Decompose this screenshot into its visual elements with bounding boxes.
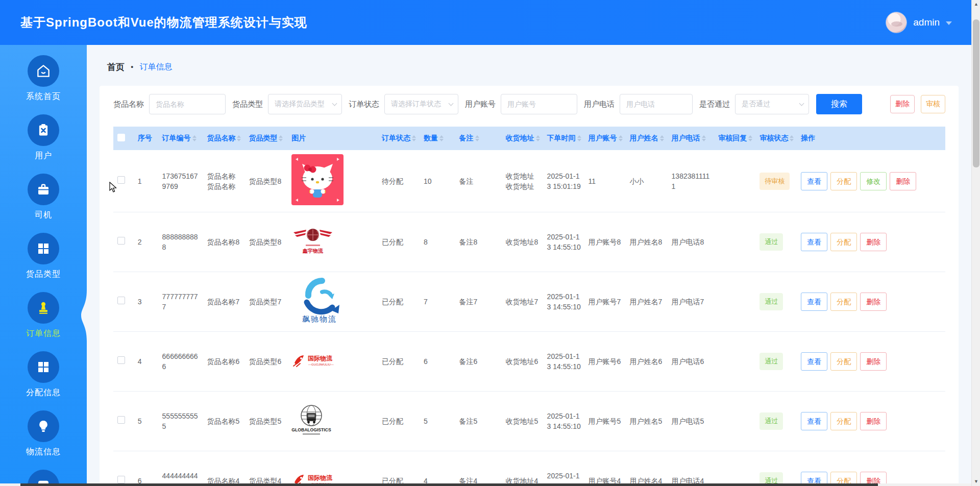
col-quantity[interactable]: 数量 <box>420 127 455 150</box>
home-icon <box>28 55 59 87</box>
hello-kitty-product-image[interactable] <box>291 154 344 205</box>
row-checkbox[interactable] <box>117 237 125 245</box>
select-all-checkbox[interactable] <box>117 134 125 141</box>
horizontal-scrollbar[interactable] <box>0 483 971 486</box>
svg-text:国际物流: 国际物流 <box>308 355 333 362</box>
table-row: 6 4444444444 货品名称4 货品类型4 国际物流 —GUOJIWULI… <box>113 451 945 486</box>
search-button[interactable]: 搜索 <box>816 94 862 114</box>
view-button[interactable]: 查看 <box>801 293 827 311</box>
view-button[interactable]: 查看 <box>801 172 827 190</box>
audit-status-badge: 通过 <box>760 293 783 310</box>
sidebar-item-home[interactable]: 系统首页 <box>0 55 87 102</box>
table-row: 5 5555555555 货品名称5 货品类型5 GL <box>113 392 945 451</box>
orders-table: 序号 订单编号 货品名称 货品类型 图片 订单状态 数量 备注 收货地址 下单时… <box>113 127 945 486</box>
guoji-logistics-logo[interactable]: 国际物流 —GUOJIWULIU— <box>291 353 342 368</box>
assign-button[interactable]: 分配 <box>830 172 857 190</box>
row-checkbox[interactable] <box>117 356 125 364</box>
goods-type-label: 货品类型 <box>232 100 263 109</box>
col-username[interactable]: 用户姓名 <box>626 127 668 150</box>
sidebar-item-drivers[interactable]: 司机 <box>0 174 87 221</box>
order-status-label: 订单状态 <box>349 100 379 109</box>
biaochi-logistics-logo[interactable]: 飙驰物流 <box>291 277 348 325</box>
horizontal-scrollbar-thumb[interactable] <box>20 483 878 486</box>
col-remark[interactable]: 备注 <box>455 127 502 150</box>
sidebar-item-logistics[interactable]: 物流信息 <box>0 410 87 457</box>
order-status-select[interactable]: 请选择订单状态 <box>384 94 458 114</box>
sort-icon <box>439 135 444 141</box>
assign-button[interactable]: 分配 <box>830 412 857 430</box>
row-checkbox[interactable] <box>117 476 125 483</box>
table-row: 2 8888888888 货品名称8 货品类型8 鑫宇物流 <box>113 212 945 272</box>
audit-status-badge: 通过 <box>760 353 783 370</box>
audit-status-badge: 通过 <box>760 412 783 430</box>
view-button[interactable]: 查看 <box>801 233 827 251</box>
col-account[interactable]: 用户账号 <box>584 127 626 150</box>
view-button[interactable]: 查看 <box>801 352 827 371</box>
chevron-down-icon <box>449 101 454 106</box>
col-goods-name[interactable]: 货品名称 <box>203 127 244 150</box>
delete-button[interactable]: 删除 <box>860 352 887 371</box>
sort-icon <box>192 135 197 141</box>
batch-audit-button[interactable]: 审核 <box>921 95 945 113</box>
batch-delete-button[interactable]: 删除 <box>890 95 915 113</box>
account-label: 用户账号 <box>465 100 496 109</box>
breadcrumb-current: 订单信息 <box>139 62 172 72</box>
vertical-scrollbar[interactable]: ▲ ▼ <box>971 0 980 486</box>
col-order-status[interactable]: 订单状态 <box>378 127 420 150</box>
sidebar-item-orders[interactable]: 订单信息 <box>0 292 87 339</box>
svg-text:国际物流: 国际物流 <box>308 474 333 481</box>
globalogistics-logo[interactable]: GLOBALOGISTICS <box>291 403 331 438</box>
sort-icon <box>619 135 623 141</box>
col-address[interactable]: 收货地址 <box>502 127 543 150</box>
sidebar-item-assignments[interactable]: 分配信息 <box>0 351 87 398</box>
assign-button[interactable]: 分配 <box>830 293 857 311</box>
delete-button[interactable]: 删除 <box>890 172 916 190</box>
sort-icon <box>748 135 752 141</box>
delete-button[interactable]: 删除 <box>860 233 887 251</box>
passed-label: 是否通过 <box>699 100 730 109</box>
username-label[interactable]: admin <box>913 17 940 28</box>
audit-status-badge: 通过 <box>760 233 783 251</box>
delete-button[interactable]: 删除 <box>860 412 887 430</box>
row-checkbox[interactable] <box>117 176 125 184</box>
col-goods-type[interactable]: 货品类型 <box>244 127 287 150</box>
view-button[interactable]: 查看 <box>801 412 827 430</box>
main-content: 首页 ● 订单信息 货品名称 货品类型 请选择货品类型 订单状态 请选择订单状态… <box>87 45 971 486</box>
assign-button[interactable]: 分配 <box>830 352 857 371</box>
sort-icon <box>279 135 283 141</box>
phone-input[interactable] <box>620 94 693 114</box>
vertical-scrollbar-thumb[interactable] <box>973 19 979 167</box>
briefcase-icon <box>28 174 59 205</box>
breadcrumb-home[interactable]: 首页 <box>107 61 125 73</box>
goods-name-input[interactable] <box>149 94 226 114</box>
scroll-down-arrow[interactable]: ▼ <box>972 477 980 486</box>
edit-button[interactable]: 修改 <box>860 172 887 190</box>
phone-label: 用户电话 <box>584 100 615 109</box>
grid-icon <box>28 351 59 383</box>
col-select <box>113 127 134 150</box>
col-order-no[interactable]: 订单编号 <box>158 127 203 150</box>
xinyu-logistics-logo[interactable]: 鑫宇物流 <box>291 225 334 257</box>
sort-icon <box>790 135 794 141</box>
assign-button[interactable]: 分配 <box>830 233 857 251</box>
chevron-down-icon[interactable] <box>946 21 952 25</box>
sort-icon <box>412 135 416 141</box>
user-avatar[interactable] <box>886 12 907 33</box>
sidebar-item-goods-type[interactable]: 货品类型 <box>0 233 87 280</box>
col-audit-reply[interactable]: 审核回复 <box>714 127 755 150</box>
active-item-notch <box>80 290 87 341</box>
delete-button[interactable]: 删除 <box>860 293 887 311</box>
scroll-up-arrow[interactable]: ▲ <box>972 0 980 9</box>
account-input[interactable] <box>501 94 577 114</box>
col-phone[interactable]: 用户电话 <box>668 127 715 150</box>
chevron-down-icon <box>799 101 804 106</box>
col-audit-status[interactable]: 审核状态 <box>755 127 797 150</box>
row-checkbox[interactable] <box>117 416 125 424</box>
col-order-time[interactable]: 下单时间 <box>543 127 584 150</box>
svg-text:—GUOJIWULIU—: —GUOJIWULIU— <box>308 363 334 366</box>
sidebar-item-users[interactable]: 用户 <box>0 114 87 161</box>
passed-select[interactable]: 是否通过 <box>735 94 809 114</box>
row-checkbox[interactable] <box>117 297 125 304</box>
col-actions: 操作 <box>797 127 945 150</box>
goods-type-select[interactable]: 请选择货品类型 <box>268 94 342 114</box>
